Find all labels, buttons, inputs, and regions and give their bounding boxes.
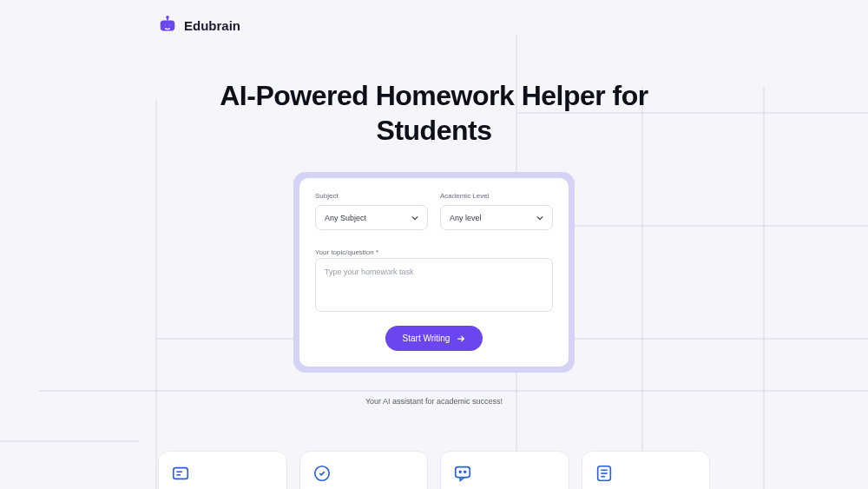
level-label: Academic Level	[440, 192, 553, 200]
pen-icon	[312, 464, 332, 483]
arrow-right-icon	[457, 334, 465, 343]
subtitle: Your AI assistant for academic success!	[0, 397, 868, 406]
svg-rect-14	[174, 468, 188, 479]
features-row: Any 100% Free Immediate	[0, 451, 868, 489]
header: Edubrain	[0, 0, 868, 35]
title-line-1: AI-Powered Homework Helper for	[220, 80, 648, 111]
brand-logo-icon	[158, 16, 177, 35]
form-card-outer: Subject Any Subject Academic Level Any l…	[293, 172, 575, 373]
brand-name: Edubrain	[184, 18, 240, 33]
svg-point-11	[168, 24, 171, 27]
feature-card: 100% Free	[299, 451, 429, 489]
chevron-down-icon	[536, 215, 543, 221]
subject-icon	[171, 464, 190, 483]
level-select[interactable]: Any level	[440, 205, 553, 230]
feature-card: Any	[158, 451, 287, 489]
subject-select[interactable]: Any Subject	[315, 205, 428, 230]
level-select-value: Any level	[450, 214, 482, 222]
topic-label: Your topic/question *	[315, 248, 378, 256]
svg-point-19	[459, 471, 461, 472]
level-group: Academic Level Any level	[440, 192, 553, 230]
topic-textarea[interactable]	[315, 258, 553, 312]
topic-group: Your topic/question *	[315, 242, 553, 315]
chevron-down-icon	[411, 215, 418, 221]
svg-point-10	[164, 24, 167, 27]
title-line-2: Students	[377, 115, 492, 146]
feature-card: Immediate	[440, 451, 569, 489]
svg-point-20	[464, 471, 466, 472]
svg-point-13	[167, 17, 168, 18]
subject-select-value: Any Subject	[325, 214, 366, 222]
clock-icon	[595, 464, 614, 483]
start-writing-button[interactable]: Start Writing	[385, 326, 483, 351]
svg-rect-18	[456, 467, 470, 478]
submit-label: Start Writing	[403, 334, 450, 343]
chat-icon	[453, 464, 472, 483]
subject-group: Subject Any Subject	[315, 192, 428, 230]
form-card: Subject Any Subject Academic Level Any l…	[299, 178, 569, 367]
feature-card: Real-time	[582, 451, 711, 489]
subject-label: Subject	[315, 192, 428, 200]
page-title: AI-Powered Homework Helper for Students	[0, 78, 868, 148]
